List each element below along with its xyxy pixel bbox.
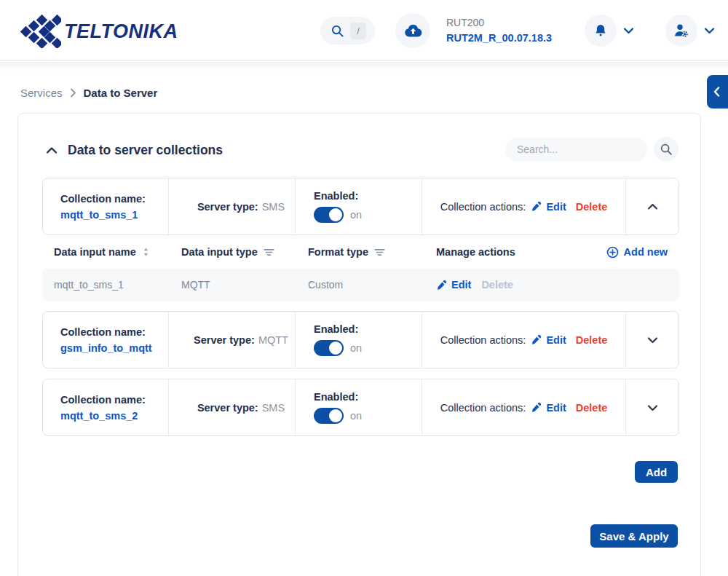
- plus-circle-icon: [606, 246, 619, 259]
- collection-actions-cell: Collection actions: Edit Delete: [422, 178, 626, 234]
- breadcrumb: Services Data to Server: [20, 87, 157, 99]
- collections-card: Data to server collections Collection na…: [17, 113, 701, 576]
- column-label: Manage actions: [436, 246, 515, 258]
- teltonika-logo[interactable]: TELTONIKA: [20, 15, 178, 48]
- notifications-chevron[interactable]: [623, 27, 634, 34]
- device-firmware: RUT2M_R_00.07.18.3: [446, 31, 552, 46]
- toggle-state-label: on: [350, 342, 362, 354]
- column-data-input-type[interactable]: Data input type: [181, 246, 308, 258]
- edit-label: Edit: [546, 334, 566, 346]
- collection-row: Collection name: gsm_info_to_mqtt Server…: [42, 311, 679, 368]
- page-title: Data to server collections: [68, 143, 223, 158]
- enabled-toggle[interactable]: [314, 340, 344, 356]
- collection-name-link[interactable]: gsm_info_to_mqtt: [60, 342, 168, 354]
- server-type-label: Server type:: [194, 334, 255, 346]
- search-icon: [331, 24, 344, 38]
- edit-label: Edit: [546, 201, 566, 213]
- search-input[interactable]: [505, 138, 647, 162]
- filter-icon: [374, 248, 385, 256]
- column-format-type[interactable]: Format type: [308, 246, 436, 258]
- column-label: Data input name: [54, 246, 136, 258]
- chevron-up-icon: [647, 203, 658, 210]
- top-header: TELTONIKA / RUT200 RUT2M_R_00.07.18.3: [0, 0, 728, 61]
- chevron-down-icon: [647, 404, 658, 411]
- collection-row: Collection name: mqtt_to_sms_2 Server ty…: [42, 379, 679, 436]
- collection-edit-button[interactable]: Edit: [531, 201, 566, 213]
- collection-name-cell: Collection name: gsm_info_to_mqtt: [43, 312, 169, 368]
- collapse-panel-button[interactable]: [707, 75, 728, 109]
- input-edit-button[interactable]: Edit: [436, 279, 471, 291]
- search-shortcut-key: /: [350, 23, 366, 39]
- collection-name-link[interactable]: mqtt_to_sms_2: [60, 410, 168, 422]
- column-manage-actions: Manage actions: [436, 246, 606, 258]
- notifications-button[interactable]: [585, 15, 617, 47]
- collection-actions-label: Collection actions:: [440, 201, 526, 213]
- server-type-value: MQTT: [258, 334, 288, 346]
- teltonika-logo-icon: [20, 15, 61, 48]
- breadcrumb-chevron-icon: [70, 88, 76, 98]
- firmware-upload-button[interactable]: [395, 13, 430, 48]
- filter-icon: [264, 248, 274, 256]
- global-search[interactable]: /: [320, 17, 375, 44]
- collection-delete-button[interactable]: Delete: [576, 334, 608, 346]
- collection-delete-button[interactable]: Delete: [576, 201, 608, 213]
- enabled-cell: Enabled: on: [296, 312, 422, 368]
- enabled-label: Enabled:: [314, 391, 422, 403]
- toggle-knob: [329, 342, 342, 355]
- chevron-up-icon: [46, 146, 58, 154]
- collection-expand-button[interactable]: [626, 312, 678, 368]
- device-model: RUT200: [446, 15, 552, 30]
- collection-actions-label: Collection actions:: [440, 334, 526, 346]
- column-data-input-name[interactable]: Data input name: [54, 246, 181, 258]
- pencil-icon: [531, 402, 542, 413]
- collection-row: Collection name: mqtt_to_sms_1 Server ty…: [42, 178, 679, 235]
- add-new-input-button[interactable]: Add new: [606, 246, 668, 259]
- breadcrumb-current: Data to Server: [84, 87, 158, 99]
- collection-name-cell: Collection name: mqtt_to_sms_1: [43, 178, 169, 234]
- inputs-table-header: Data input name Data input type Format t…: [42, 235, 679, 269]
- toggle-knob: [329, 409, 342, 422]
- pencil-icon: [436, 280, 447, 291]
- enabled-cell: Enabled: on: [296, 379, 422, 435]
- server-type-cell: Server type: SMS: [169, 379, 296, 435]
- collection-collapse-button[interactable]: [626, 178, 678, 234]
- collection-edit-button[interactable]: Edit: [531, 402, 566, 414]
- collections-search: [505, 137, 678, 162]
- collection-name-label: Collection name:: [60, 394, 168, 406]
- device-info[interactable]: RUT200 RUT2M_R_00.07.18.3: [446, 15, 552, 45]
- collection-expand-button[interactable]: [626, 379, 678, 435]
- chevron-down-icon: [704, 27, 715, 34]
- server-type-label: Server type:: [197, 402, 258, 414]
- collection-actions-cell: Collection actions: Edit Delete: [422, 379, 626, 435]
- collection-name-label: Collection name:: [60, 193, 168, 205]
- toggle-state-label: on: [350, 410, 362, 422]
- breadcrumb-services[interactable]: Services: [20, 87, 63, 99]
- input-actions: Edit Delete: [436, 279, 668, 291]
- collection-delete-button[interactable]: Delete: [576, 402, 608, 414]
- pencil-icon: [531, 201, 542, 212]
- input-delete-button-disabled: Delete: [481, 279, 513, 291]
- enabled-cell: Enabled: on: [296, 178, 422, 234]
- save-apply-button[interactable]: Save & Apply: [590, 524, 678, 548]
- collection-name-link[interactable]: mqtt_to_sms_1: [60, 209, 168, 221]
- edit-label: Edit: [546, 402, 566, 414]
- server-type-value: SMS: [262, 201, 285, 213]
- collection-edit-button[interactable]: Edit: [531, 334, 566, 346]
- card-header: Data to server collections: [18, 137, 700, 163]
- toggle-knob: [329, 208, 342, 221]
- enabled-toggle[interactable]: [314, 207, 344, 223]
- user-menu-chevron[interactable]: [704, 27, 715, 34]
- column-label: Format type: [308, 246, 368, 258]
- sort-icon: [142, 247, 150, 257]
- server-type-value: SMS: [262, 402, 285, 414]
- enabled-toggle[interactable]: [314, 408, 344, 424]
- server-type-cell: Server type: SMS: [169, 178, 296, 234]
- user-menu-button[interactable]: [665, 15, 697, 47]
- input-row: mqtt_to_sms_1 MQTT Custom Edit Delete: [42, 269, 679, 301]
- search-submit-button[interactable]: [654, 137, 678, 162]
- server-type-label: Server type:: [197, 201, 258, 213]
- section-collapse-button[interactable]: [46, 146, 58, 154]
- toggle-state-label: on: [350, 209, 362, 221]
- enabled-label: Enabled:: [314, 323, 422, 335]
- add-collection-button[interactable]: Add: [635, 461, 678, 483]
